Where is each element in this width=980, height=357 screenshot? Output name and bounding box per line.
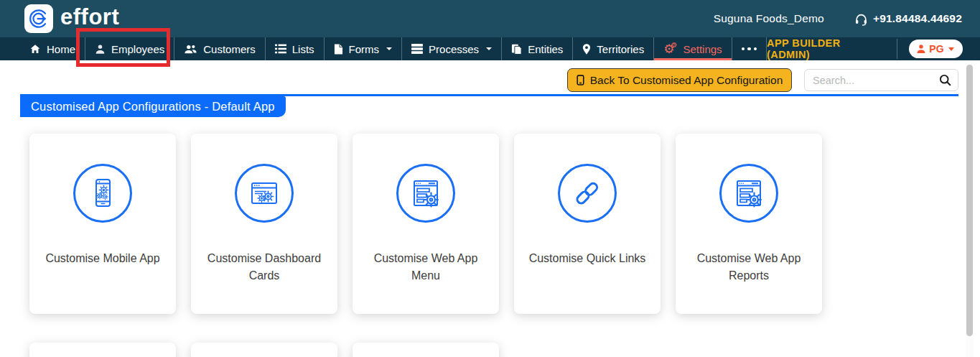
- scrollbar-thumb[interactable]: [966, 65, 973, 336]
- nav-divider: [897, 39, 897, 59]
- chevron-down-icon: [386, 47, 392, 50]
- app-header: effort Suguna Foods_Demo +91.84484.44692: [0, 0, 980, 37]
- nav-item-territories[interactable]: Territories: [573, 37, 654, 60]
- page-title: Customised App Configurations - Default …: [20, 96, 286, 117]
- card-partial[interactable]: [191, 343, 337, 357]
- main-nav: Home Employees Customers Lists Forms Pro…: [0, 37, 980, 60]
- effort-logo-icon[interactable]: [24, 4, 53, 33]
- list-icon: [275, 44, 286, 54]
- nav-label: Lists: [292, 43, 314, 55]
- home-icon: [29, 44, 41, 55]
- app-builder-label: APP BUILDER (ADMIN): [767, 37, 897, 60]
- gears-icon: ⚙⚙: [663, 43, 677, 55]
- brand-name: effort: [60, 4, 119, 30]
- user-avatar-icon: [916, 44, 926, 54]
- chevron-down-icon: [486, 47, 492, 50]
- nav-label: Forms: [349, 43, 380, 55]
- nav-item-customers[interactable]: Customers: [174, 37, 266, 60]
- card-partial[interactable]: [29, 343, 176, 357]
- nav-label: Settings: [683, 43, 722, 55]
- card-label: Customise Quick Links: [514, 250, 661, 267]
- mobile-gears-icon: [73, 164, 132, 223]
- user-icon: [95, 44, 106, 55]
- cards-grid: Customise Mobile App Customise Dashboard…: [29, 134, 822, 314]
- scrollbar[interactable]: [966, 62, 974, 357]
- back-button-label: Back To Customised App Configuration: [590, 74, 783, 87]
- nav-label: Employees: [111, 43, 164, 55]
- users-icon: [184, 44, 197, 55]
- search-icon[interactable]: [939, 74, 951, 86]
- card-customise-mobile-app[interactable]: Customise Mobile App: [29, 134, 176, 314]
- back-to-config-button[interactable]: Back To Customised App Configuration: [567, 68, 792, 92]
- card-label: Customise Dashboard Cards: [191, 250, 337, 284]
- nav-item-settings[interactable]: ⚙⚙ Settings: [654, 37, 732, 60]
- browser-menu-gear-icon: [396, 164, 455, 223]
- card-label: Customise Web App Reports: [676, 250, 822, 284]
- map-marker-icon: [582, 44, 591, 55]
- nav-label: Processes: [429, 43, 479, 55]
- link-icon: [558, 164, 617, 223]
- file-icon: [334, 44, 343, 55]
- user-menu-button[interactable]: PG: [909, 40, 963, 58]
- nav-label: Customers: [203, 43, 256, 55]
- nav-label: Home: [47, 43, 75, 55]
- card-customise-web-app-reports[interactable]: Customise Web App Reports: [676, 134, 822, 314]
- nav-item-home[interactable]: Home: [20, 37, 85, 60]
- nav-item-employees[interactable]: Employees: [85, 37, 174, 60]
- nav-item-lists[interactable]: Lists: [266, 37, 325, 60]
- nav-item-more[interactable]: [732, 37, 767, 60]
- screen: effort Suguna Foods_Demo +91.84484.44692…: [0, 0, 980, 357]
- nav-item-entities[interactable]: Entities: [502, 37, 573, 60]
- mobile-icon: [577, 75, 584, 85]
- headset-icon: [854, 12, 868, 26]
- chevron-down-icon: [948, 47, 954, 51]
- server-icon: [411, 44, 423, 54]
- nav-item-processes[interactable]: Processes: [402, 37, 502, 60]
- card-customise-web-app-menu[interactable]: Customise Web App Menu: [353, 134, 499, 314]
- card-customise-quick-links[interactable]: Customise Quick Links: [514, 134, 661, 314]
- card-label: Customise Web App Menu: [353, 250, 499, 284]
- nav-label: Territories: [597, 43, 644, 55]
- browser-menu-gear-icon: [719, 164, 778, 223]
- ellipsis-icon: [742, 47, 757, 51]
- card-customise-dashboard-cards[interactable]: Customise Dashboard Cards: [191, 134, 337, 314]
- browser-gears-icon: [235, 164, 294, 223]
- copy-icon: [511, 44, 522, 55]
- nav-item-forms[interactable]: Forms: [325, 37, 403, 60]
- support-phone: +91.84484.44692: [873, 12, 962, 25]
- card-label: Customise Mobile App: [29, 250, 176, 267]
- user-initials: PG: [929, 43, 944, 55]
- search-box: [804, 69, 958, 91]
- nav-label: Entities: [528, 43, 563, 55]
- search-input[interactable]: [813, 75, 939, 86]
- cards-grid-row2: [29, 343, 499, 357]
- card-partial[interactable]: [353, 343, 499, 357]
- account-name: Suguna Foods_Demo: [714, 12, 824, 25]
